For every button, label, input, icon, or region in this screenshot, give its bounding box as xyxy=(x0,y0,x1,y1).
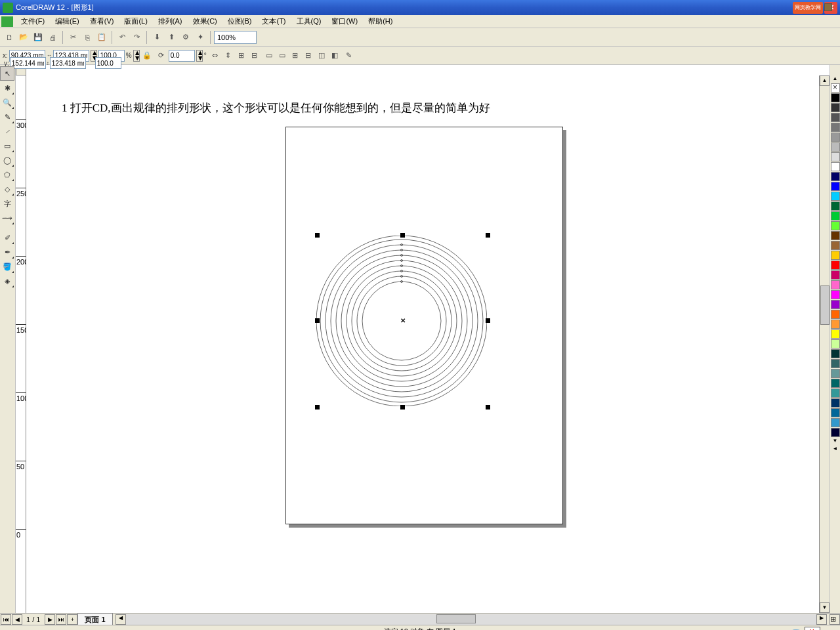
align-icon[interactable]: ⊞ xyxy=(236,50,247,62)
fill-tool[interactable]: 🪣 xyxy=(0,259,14,274)
color-swatch[interactable] xyxy=(831,418,840,427)
zoom-level-select[interactable] xyxy=(214,31,257,44)
color-swatch[interactable] xyxy=(831,221,840,230)
scroll-up-button[interactable]: ▲ xyxy=(820,75,830,86)
menu-effects[interactable]: 效果(C) xyxy=(188,15,222,28)
document-icon[interactable] xyxy=(1,16,13,27)
freehand-tool[interactable]: ✎ xyxy=(0,110,14,124)
combine-icon[interactable]: ◫ xyxy=(316,50,327,62)
color-swatch[interactable] xyxy=(831,103,840,112)
color-swatch[interactable] xyxy=(831,172,840,181)
undo-icon[interactable]: ↶ xyxy=(116,31,129,44)
color-swatch[interactable] xyxy=(831,251,840,260)
shape-tool[interactable]: ✱ xyxy=(0,81,14,95)
color-swatch[interactable] xyxy=(831,408,840,417)
color-swatch[interactable] xyxy=(831,123,840,132)
selection-handle-w[interactable] xyxy=(315,318,320,323)
convert-curves-icon[interactable]: ✎ xyxy=(343,50,355,62)
mirror-v-icon[interactable]: ⇕ xyxy=(222,50,234,62)
menu-tools[interactable]: 工具(Q) xyxy=(291,15,327,28)
color-swatch[interactable] xyxy=(831,162,840,171)
color-swatch[interactable] xyxy=(831,369,840,378)
horizontal-scrollbar[interactable]: ◀ ▶ xyxy=(116,614,827,625)
color-swatch[interactable] xyxy=(831,182,840,191)
palette-flyout-icon[interactable]: ◄ xyxy=(830,446,840,453)
page-tab[interactable]: 页面 1 xyxy=(77,613,112,626)
scale-y-input[interactable] xyxy=(95,57,121,69)
color-swatch[interactable] xyxy=(831,320,840,329)
color-swatch[interactable] xyxy=(831,280,840,289)
print-icon[interactable]: 🖨 xyxy=(46,31,59,44)
basic-shapes-tool[interactable]: ◇ xyxy=(0,182,14,196)
menu-bitmap[interactable]: 位图(B) xyxy=(222,15,257,28)
selection-handle-sw[interactable] xyxy=(315,405,320,410)
ungroup-icon[interactable]: ⊟ xyxy=(303,50,314,62)
redo-icon[interactable]: ↷ xyxy=(130,31,143,44)
color-swatch[interactable] xyxy=(831,349,840,358)
color-swatch[interactable] xyxy=(831,359,840,368)
menu-layout[interactable]: 版面(L) xyxy=(119,15,152,28)
color-swatch[interactable] xyxy=(831,231,840,240)
selection-handle-s[interactable] xyxy=(400,405,405,410)
prev-page-button[interactable]: ◀ xyxy=(12,614,22,625)
add-page-button[interactable]: + xyxy=(67,614,77,625)
rectangle-tool[interactable]: ▭ xyxy=(0,138,14,153)
scale-spinner[interactable]: ▲▼ xyxy=(133,50,140,62)
color-swatch[interactable] xyxy=(831,152,840,161)
color-swatch[interactable] xyxy=(831,93,840,102)
selection-handle-se[interactable] xyxy=(486,405,490,410)
docker-toggle-icon[interactable] xyxy=(824,3,832,11)
hscroll-thumb[interactable] xyxy=(436,614,476,623)
color-swatch[interactable] xyxy=(831,270,840,280)
color-swatch[interactable] xyxy=(831,339,840,348)
cut-icon[interactable]: ✂ xyxy=(66,31,79,44)
group-icon[interactable]: ⊞ xyxy=(289,50,301,62)
fill-indicator[interactable] xyxy=(805,627,820,630)
save-icon[interactable]: 💾 xyxy=(32,31,45,44)
color-swatch[interactable] xyxy=(831,113,840,122)
eyedropper-tool[interactable]: ✐ xyxy=(0,230,14,245)
import-icon[interactable]: ⬇ xyxy=(150,31,163,44)
next-page-button[interactable]: ▶ xyxy=(45,614,55,625)
color-swatch[interactable] xyxy=(831,428,840,437)
zoom-tool[interactable]: 🔍 xyxy=(0,95,14,110)
no-color-swatch[interactable] xyxy=(831,83,840,93)
color-swatch[interactable] xyxy=(831,142,840,152)
color-swatch[interactable] xyxy=(831,290,840,299)
paste-icon[interactable]: 📋 xyxy=(95,31,108,44)
new-icon[interactable]: 🗋 xyxy=(3,31,16,44)
color-swatch[interactable] xyxy=(831,201,840,211)
pick-tool[interactable]: ↖ xyxy=(0,66,14,81)
y-position-input[interactable] xyxy=(10,57,46,69)
outline-tool[interactable]: ✒ xyxy=(0,245,14,259)
open-icon[interactable]: 📂 xyxy=(17,31,30,44)
menu-help[interactable]: 帮助(H) xyxy=(363,15,398,28)
view-navigator-button[interactable]: ⊞ xyxy=(830,614,840,625)
menu-arrange[interactable]: 排列(A) xyxy=(153,15,188,28)
color-swatch[interactable] xyxy=(831,211,840,220)
break-icon[interactable]: ◧ xyxy=(329,50,341,62)
copy-icon[interactable]: ⎘ xyxy=(81,31,94,44)
ellipse-tool[interactable]: ◯ xyxy=(0,153,14,167)
scroll-thumb[interactable] xyxy=(820,285,830,325)
scroll-right-button[interactable]: ▶ xyxy=(816,614,827,625)
rotation-spinner[interactable]: ▲▼ xyxy=(196,50,203,62)
color-swatch[interactable] xyxy=(831,300,840,309)
palette-down-icon[interactable]: ▼ xyxy=(830,438,840,446)
drawing-canvas[interactable]: 1 打开CD,画出规律的排列形状，这个形状可以是任何你能想到的，但是尽量的简单为… xyxy=(26,75,819,613)
interactive-fill-tool[interactable]: ◈ xyxy=(0,274,14,288)
lock-ratio-icon[interactable]: 🔒 xyxy=(141,50,153,62)
vertical-scrollbar[interactable]: ▲ ▼ xyxy=(819,75,830,613)
last-page-button[interactable]: ⏭ xyxy=(56,614,66,625)
menu-file[interactable]: 文件(F) xyxy=(16,15,50,28)
blend-tool[interactable]: ⟿ xyxy=(0,211,14,225)
rotation-input[interactable] xyxy=(169,50,195,62)
app-launcher-icon[interactable]: ⚙ xyxy=(179,31,192,44)
color-swatch[interactable] xyxy=(831,192,840,201)
color-swatch[interactable] xyxy=(831,379,840,388)
smart-draw-tool[interactable]: ⟋ xyxy=(0,124,14,138)
selection-handle-n[interactable] xyxy=(400,233,405,238)
export-icon[interactable]: ⬆ xyxy=(165,31,178,44)
color-swatch[interactable] xyxy=(831,133,840,142)
fill-tool-icon[interactable]: 🪣 xyxy=(791,627,801,630)
